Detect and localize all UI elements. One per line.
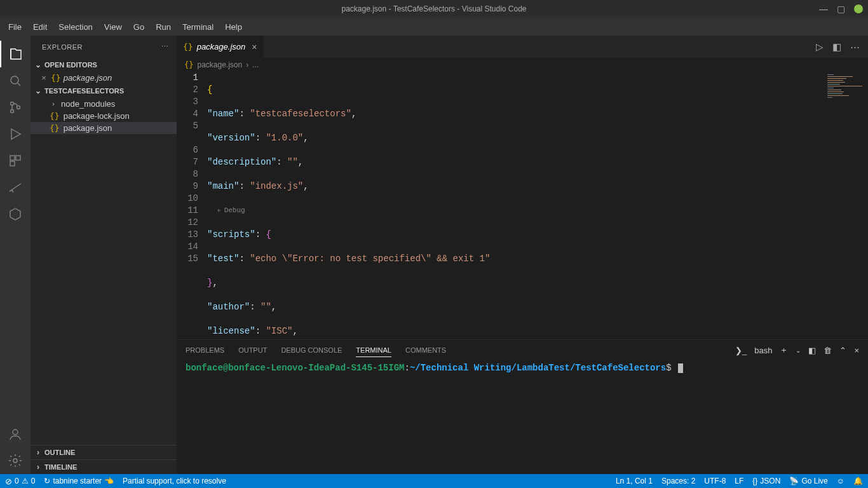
maximize-icon[interactable]: ▢: [837, 4, 845, 14]
editor-body[interactable]: 12345 678910 1112131415 { "name": "testc…: [177, 72, 868, 339]
tab-filename: package.json: [197, 42, 246, 51]
close-tab-icon[interactable]: ×: [252, 42, 257, 52]
status-go-live[interactable]: 📡Go Live: [789, 477, 827, 485]
svg-point-0: [11, 76, 18, 84]
status-eol[interactable]: LF: [735, 477, 743, 485]
activity-search[interactable]: [0, 67, 31, 94]
activity-run-debug[interactable]: [0, 121, 31, 147]
panel-tab-terminal[interactable]: TERMINAL: [356, 344, 391, 357]
breadcrumb[interactable]: {} package.json › ...: [177, 58, 868, 72]
status-tabnine[interactable]: ↻tabnine starter👈: [44, 477, 114, 485]
project-name: TESTCAFESELECTORS: [44, 87, 124, 95]
open-editors-section[interactable]: ⌄OPEN EDITORS: [31, 58, 177, 72]
activity-misc[interactable]: [0, 201, 31, 227]
menu-go[interactable]: Go: [128, 22, 150, 32]
menu-selection[interactable]: Selection: [53, 22, 98, 32]
menu-terminal[interactable]: Terminal: [177, 22, 219, 32]
status-partial[interactable]: Partial support, click to resolve: [123, 477, 226, 485]
maximize-panel-icon[interactable]: ⌃: [839, 346, 846, 355]
svg-point-7: [13, 430, 18, 435]
menu-edit[interactable]: Edit: [27, 22, 53, 32]
window-controls: — ▢: [819, 4, 863, 14]
file-package-json[interactable]: {}package.json: [31, 122, 177, 134]
terminal-profile-icon[interactable]: ❯_: [735, 346, 747, 355]
close-icon[interactable]: [854, 4, 863, 13]
status-errors[interactable]: ⊘0⚠0: [5, 477, 35, 486]
file-tree: ›node_modules {}package-lock.json {}pack…: [31, 98, 177, 134]
body-area: EXPLORER ⋯ ⌄OPEN EDITORS × {} package.js…: [0, 36, 868, 474]
timeline-section[interactable]: ›TIMELINE: [31, 459, 177, 474]
file-package-lock[interactable]: {}package-lock.json: [31, 110, 177, 122]
code-content[interactable]: { "name": "testcafeselectors", "version"…: [207, 72, 868, 339]
tab-package-json[interactable]: {} package.json ×: [177, 36, 263, 58]
menu-run[interactable]: Run: [150, 22, 177, 32]
svg-point-3: [17, 106, 20, 109]
terminal-body[interactable]: bonface@bonface-Lenovo-IdeaPad-S145-15IG…: [177, 360, 868, 474]
activity-bar: [0, 36, 31, 474]
activity-source-control[interactable]: [0, 94, 31, 121]
folder-node-modules[interactable]: ›node_modules: [31, 98, 177, 110]
bottom-panel: PROBLEMS OUTPUT DEBUG CONSOLE TERMINAL C…: [177, 339, 868, 474]
activity-settings[interactable]: [0, 447, 31, 474]
open-editors-label: OPEN EDITORS: [44, 61, 97, 69]
status-bell-icon[interactable]: 🔔: [853, 477, 863, 485]
line-gutter: 12345 678910 1112131415: [177, 72, 207, 339]
minimap[interactable]: [804, 72, 868, 339]
code-line: {: [207, 84, 212, 96]
activity-live[interactable]: [0, 174, 31, 201]
explorer-title: EXPLORER ⋯: [31, 36, 177, 58]
panel-tab-debug-console[interactable]: DEBUG CONSOLE: [281, 344, 342, 356]
panel-tab-problems[interactable]: PROBLEMS: [186, 344, 224, 356]
minimize-icon[interactable]: —: [819, 4, 828, 14]
svg-rect-5: [16, 156, 20, 160]
explorer-more-icon[interactable]: ⋯: [161, 43, 169, 51]
panel-tabs: PROBLEMS OUTPUT DEBUG CONSOLE TERMINAL C…: [177, 340, 868, 360]
status-cursor[interactable]: Ln 1, Col 1: [616, 477, 653, 485]
json-file-icon: {}: [51, 73, 61, 83]
close-editor-icon[interactable]: ×: [39, 73, 48, 83]
svg-point-2: [11, 110, 14, 113]
error-icon: ⊘: [5, 477, 12, 486]
tab-bar: {} package.json × ▷ ◧ ⋯: [177, 36, 868, 58]
run-icon[interactable]: ▷: [816, 41, 824, 53]
status-encoding[interactable]: UTF-8: [704, 477, 726, 485]
debug-codelens[interactable]: ▹Debug: [207, 205, 868, 217]
explorer-title-text: EXPLORER: [42, 43, 83, 51]
shell-name[interactable]: bash: [754, 346, 772, 355]
svg-point-1: [11, 102, 14, 105]
open-editor-item[interactable]: × {} package.json: [31, 72, 177, 84]
prompt-path: /Technical Writing/LambdaTest/TestCafeSe…: [415, 363, 666, 373]
explorer-sidebar: EXPLORER ⋯ ⌄OPEN EDITORS × {} package.js…: [31, 36, 177, 474]
close-panel-icon[interactable]: ×: [854, 346, 859, 355]
activity-accounts[interactable]: [0, 421, 31, 447]
panel-tab-comments[interactable]: COMMENTS: [405, 344, 446, 356]
chevron-down-icon: ⌄: [34, 60, 42, 69]
status-language[interactable]: {}JSON: [752, 477, 780, 485]
status-bar: ⊘0⚠0 ↻tabnine starter👈 Partial support, …: [0, 474, 868, 488]
activity-extensions[interactable]: [0, 147, 31, 174]
split-terminal-icon[interactable]: ◧: [808, 346, 816, 355]
panel-tab-output[interactable]: OUTPUT: [238, 344, 267, 356]
status-indent[interactable]: Spaces: 2: [661, 477, 695, 485]
broadcast-icon: 📡: [789, 477, 799, 485]
editor-area: {} package.json × ▷ ◧ ⋯ {} package.json …: [177, 36, 868, 474]
new-terminal-icon[interactable]: ＋: [780, 344, 788, 356]
outline-section[interactable]: ›OUTLINE: [31, 445, 177, 459]
file-label: package.json: [64, 123, 112, 133]
chevron-right-icon: ›: [34, 463, 42, 471]
sync-icon: ↻: [44, 477, 50, 485]
project-section[interactable]: ⌄TESTCAFESELECTORS: [31, 84, 177, 98]
chevron-down-icon[interactable]: ⌄: [796, 347, 801, 354]
menu-file[interactable]: File: [3, 22, 27, 32]
status-feedback-icon[interactable]: ☺: [837, 477, 844, 485]
warning-icon: ⚠: [22, 477, 29, 485]
split-editor-icon[interactable]: ◧: [832, 41, 841, 53]
activity-explorer[interactable]: [0, 41, 31, 67]
menu-help[interactable]: Help: [219, 22, 248, 32]
play-icon: ▹: [217, 205, 222, 217]
prompt-user: bonface@bonface-Lenovo-IdeaPad-S145-15IG…: [186, 363, 404, 373]
trash-icon[interactable]: 🗑: [824, 346, 832, 355]
more-actions-icon[interactable]: ⋯: [850, 41, 860, 53]
breadcrumb-file: package.json: [197, 60, 242, 69]
menu-view[interactable]: View: [98, 22, 128, 32]
